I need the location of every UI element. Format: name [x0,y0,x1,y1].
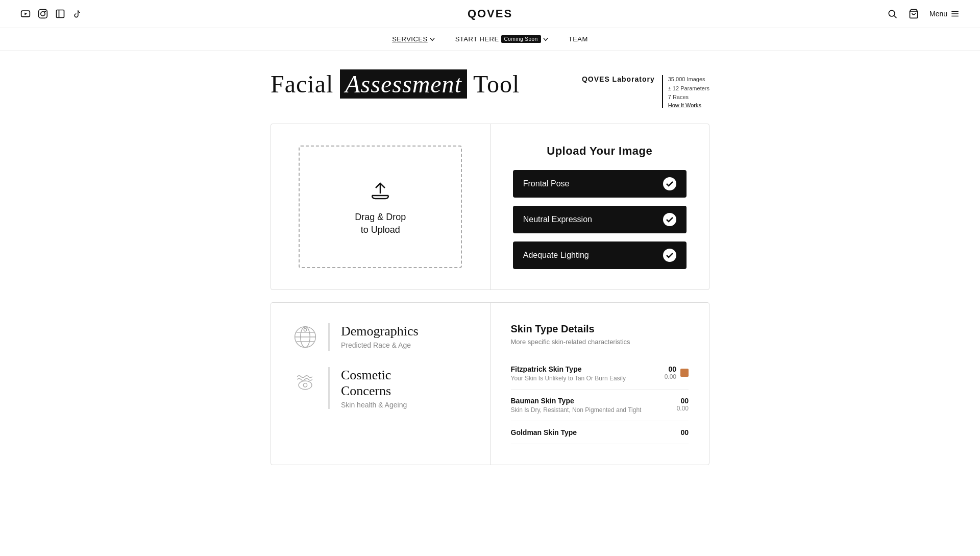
header-right: Menu [887,8,960,19]
social-icons [20,9,83,19]
hero-title: Facial Assessment Tool [271,71,520,98]
cosmetic-concerns-subtitle: Skin health & Ageing [341,401,407,409]
skin-type-details: Skin Type Details More specific skin-rel… [491,303,709,465]
feature-cosmetic-concerns: Cosmetic Concerns Skin health & Ageing [291,367,470,409]
tiktok-icon[interactable] [72,9,83,19]
coming-soon-badge: Coming Soon [501,35,541,43]
demographics-subtitle: Predicted Race & Age [341,341,419,349]
svg-rect-5 [57,10,64,18]
upload-dropzone-container: Drag & Dropto Upload [271,124,491,289]
upload-dropzone[interactable]: Drag & Dropto Upload [299,146,462,268]
bauman-value: 00 [677,397,689,405]
main-content: Facial Assessment Tool QOVES Laboratory … [260,51,720,486]
demographics-text: Demographics Predicted Race & Age [341,323,419,349]
lab-stat-parameters: ± 12 Parameters [668,84,709,93]
youtube-alt-icon[interactable] [55,9,65,19]
svg-point-18 [304,328,307,331]
adequate-lighting-check-icon [663,249,676,262]
upload-text: Drag & Dropto Upload [355,211,406,236]
fitzpatrick-label-group: Fitzpatrick Skin Type Your Skin Is Unlik… [511,365,626,382]
how-it-works-link[interactable]: How It Works [668,102,709,108]
requirement-frontal-pose[interactable]: Frontal Pose [513,170,687,198]
search-icon[interactable] [887,8,898,19]
lab-info: QOVES Laboratory 35,000 Images ± 12 Para… [582,71,709,108]
skin-section-subtitle: More specific skin-related characteristi… [511,338,689,346]
feature-divider [328,323,330,351]
fitzpatrick-desc: Your Skin Is Unlikely to Tan Or Burn Eas… [511,375,626,382]
skin-row-fitzpatrick: Fitzpatrick Skin Type Your Skin Is Unlik… [511,358,689,390]
fitzpatrick-value: 00 [665,365,676,373]
navigation: SERVICES START HERE Coming Soon TEAM [0,28,980,51]
svg-point-4 [45,11,46,12]
site-logo[interactable]: QOVES [468,7,512,20]
nav-start-here[interactable]: START HERE Coming Soon [455,35,548,43]
upload-section: Drag & Dropto Upload Upload Your Image F… [271,124,709,290]
goldman-value-group: 00 [680,428,689,437]
bauman-sub: 0.00 [677,405,689,412]
hero-section: Facial Assessment Tool QOVES Laboratory … [271,71,709,108]
features-list: Demographics Predicted Race & Age [271,303,491,465]
upload-icon [368,177,393,204]
nav-services[interactable]: SERVICES [392,35,435,43]
svg-line-8 [894,16,897,18]
frontal-pose-check-icon [663,177,676,190]
globe-icon [291,323,319,351]
svg-line-20 [305,327,307,328]
hero-title-highlight: Assessment [340,69,467,99]
requirement-adequate-lighting[interactable]: Adequate Lighting [513,241,687,269]
fitzpatrick-swatch [680,369,689,377]
bauman-desc: Skin Is Dry, Resistant, Non Pigmented an… [511,406,642,414]
instagram-icon[interactable] [38,9,48,19]
header: QOVES Menu [0,0,980,28]
skin-row-goldman: Goldman Skin Type 00 [511,421,689,444]
requirement-neutral-expression[interactable]: Neutral Expression [513,206,687,233]
svg-marker-1 [24,13,27,15]
upload-requirements: Upload Your Image Frontal Pose Neutral E… [491,124,709,289]
svg-point-7 [889,10,895,16]
bottom-section: Demographics Predicted Race & Age [271,302,709,465]
cart-icon[interactable] [908,8,919,19]
fitzpatrick-label: Fitzpatrick Skin Type [511,365,626,373]
youtube-icon[interactable] [20,9,31,19]
nav-team[interactable]: TEAM [569,35,588,43]
demographics-title: Demographics [341,323,419,339]
bauman-label-group: Bauman Skin Type Skin Is Dry, Resistant,… [511,397,642,414]
lab-name: QOVES Laboratory [582,75,655,83]
svg-rect-2 [39,10,47,18]
skin-section-title: Skin Type Details [511,323,689,335]
svg-point-21 [299,381,312,390]
lab-stat-races: 7 Races [668,93,709,102]
eye-icon [291,367,319,395]
cosmetic-concerns-title: Cosmetic Concerns [341,367,407,399]
menu-button[interactable]: Menu [929,9,960,18]
neutral-expression-check-icon [663,213,676,226]
bauman-value-group: 00 0.00 [677,397,689,412]
cosmetic-concerns-text: Cosmetic Concerns Skin health & Ageing [341,367,407,409]
bauman-label: Bauman Skin Type [511,397,642,405]
feature-divider-2 [328,367,330,409]
svg-point-22 [303,383,307,386]
goldman-label-group: Goldman Skin Type [511,428,577,437]
feature-demographics: Demographics Predicted Race & Age [291,323,470,351]
goldman-label: Goldman Skin Type [511,428,577,437]
fitzpatrick-sub: 0.00 [665,373,676,380]
goldman-value: 00 [680,428,689,437]
lab-stat-images: 35,000 Images [668,75,709,84]
lab-stats: 35,000 Images ± 12 Parameters 7 Races Ho… [662,75,709,108]
upload-title: Upload Your Image [547,144,652,158]
svg-point-3 [41,12,45,16]
skin-row-bauman: Bauman Skin Type Skin Is Dry, Resistant,… [511,390,689,421]
fitzpatrick-value-group: 00 0.00 [665,365,689,380]
